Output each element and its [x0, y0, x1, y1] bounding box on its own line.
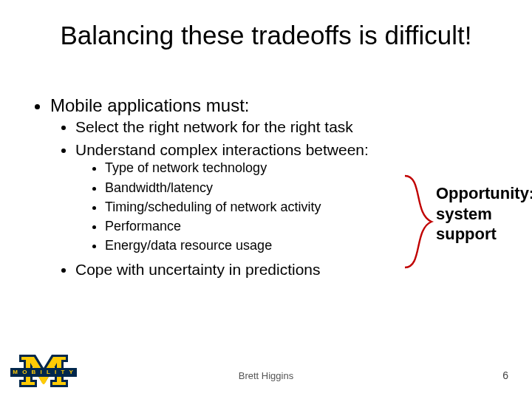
slide: Balancing these tradeoffs is difficult! …	[0, 0, 532, 399]
page-number: 6	[502, 369, 508, 381]
callout-line: system	[436, 204, 532, 225]
footer-author: Brett Higgins	[0, 370, 532, 381]
bullet-network-tech: Type of network technology	[105, 160, 502, 177]
callout-line: Opportunity:	[436, 183, 532, 204]
slide-content: Mobile applications must: Select the rig…	[31, 95, 502, 284]
bullet-list-level2: Select the right network for the right t…	[50, 117, 502, 280]
bullet-text: Mobile applications must:	[50, 95, 249, 115]
bullet-cope-uncertainty: Cope with uncertainty in predictions	[75, 260, 502, 280]
callout-line: support	[436, 224, 532, 245]
bullet-text: Understand complex interactions between:	[75, 141, 369, 158]
callout-opportunity: Opportunity: system support	[436, 183, 532, 245]
bullet-mobile-apps: Mobile applications must: Select the rig…	[50, 95, 502, 280]
bullet-select-network: Select the right network for the right t…	[75, 117, 502, 137]
bullet-list-level1: Mobile applications must: Select the rig…	[31, 95, 502, 280]
slide-title: Balancing these tradeoffs is difficult!	[0, 21, 532, 50]
